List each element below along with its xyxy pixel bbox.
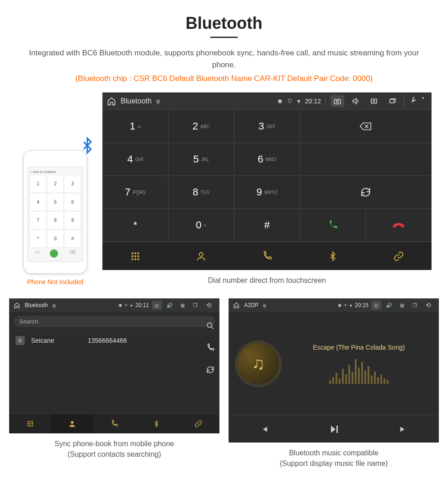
nav-contacts-icon[interactable] (168, 242, 234, 270)
dial-key-2[interactable]: 2ABC (168, 110, 234, 143)
phone-key: 4 (30, 193, 47, 211)
bluetooth-icon (79, 137, 96, 154)
phone-key: 8 (47, 211, 64, 229)
backspace-button[interactable] (300, 110, 432, 143)
statusbar-title: Bluetooth (25, 302, 48, 308)
call-button[interactable] (300, 209, 366, 242)
svg-rect-16 (30, 421, 31, 422)
nav-bluetooth-icon[interactable] (135, 413, 177, 433)
nav-bluetooth-icon[interactable] (300, 242, 366, 270)
dial-key-*[interactable]: * (102, 209, 168, 242)
phonebook-caption-2: (Support contacts searching) (9, 449, 219, 459)
phone-mockup: + Add to Contacts 123456789*0# ▭ ⌫ (23, 150, 87, 274)
usb-icon: ψ (263, 303, 266, 308)
svg-rect-12 (138, 258, 139, 260)
clock: 20:12 (305, 97, 321, 105)
home-icon[interactable] (233, 302, 240, 308)
call-icon[interactable] (206, 343, 215, 352)
dial-key-7[interactable]: 7PQRS (102, 176, 168, 209)
svg-point-1 (336, 101, 339, 103)
phone-key: 2 (47, 175, 64, 193)
recent-apps-icon[interactable]: ❐ (410, 299, 420, 311)
phone-key: 3 (64, 175, 81, 193)
dial-key-1[interactable]: 1∞ (102, 110, 168, 143)
back-icon[interactable]: ⟲ (203, 299, 215, 311)
music-note-icon: ♫ (252, 354, 265, 373)
contact-name: Seicane (31, 337, 81, 344)
dial-key-5[interactable]: 5JKL (168, 143, 234, 176)
phone-key: 5 (47, 193, 64, 211)
contact-row[interactable]: S Seicane 13566664466 (9, 331, 219, 350)
nav-contacts-icon[interactable] (51, 413, 93, 433)
location-icon: ⌖ (125, 303, 128, 308)
dial-key-3[interactable]: 3DEF (234, 110, 300, 143)
phone-key: 7 (30, 211, 47, 229)
search-input[interactable]: Search (14, 316, 215, 327)
hangup-button[interactable] (366, 209, 432, 242)
music-caption-2: (Support display music file name) (229, 459, 439, 469)
volume-icon[interactable]: 🔊 (384, 299, 394, 311)
add-contacts-label: Add to Contacts (33, 170, 56, 173)
statusbar-title: A2DP (244, 302, 258, 308)
play-pause-button[interactable] (299, 415, 368, 443)
nav-keypad-icon[interactable] (9, 413, 51, 433)
sync-icon[interactable] (206, 365, 215, 374)
phone-key: 1 (30, 175, 47, 193)
prev-track-button[interactable] (229, 415, 299, 443)
close-app-icon[interactable]: ⊠ (177, 299, 187, 311)
nav-calllog-icon[interactable] (234, 242, 300, 270)
volume-icon[interactable]: 🔊 (165, 299, 175, 311)
dial-key-0[interactable]: 0+ (168, 209, 234, 242)
phone-key: 6 (64, 193, 81, 211)
location-icon: ⌖ (344, 303, 347, 308)
svg-rect-11 (134, 258, 136, 260)
home-icon[interactable] (14, 302, 20, 308)
volume-icon[interactable] (349, 95, 363, 107)
svg-point-13 (199, 253, 203, 256)
redial-button[interactable] (300, 176, 432, 209)
back-icon[interactable]: ⟲ (422, 299, 434, 311)
screenshot-icon[interactable]: ◎ (371, 301, 381, 310)
dial-key-4[interactable]: 4GHI (102, 143, 168, 176)
phone-key: 0 (47, 230, 64, 248)
dial-key-9[interactable]: 9WXYZ (234, 176, 300, 209)
home-icon[interactable] (107, 97, 116, 106)
search-icon[interactable] (206, 321, 215, 330)
svg-rect-22 (30, 425, 31, 427)
svg-rect-23 (32, 425, 33, 427)
wifi-icon: ▾ (130, 303, 133, 308)
close-app-icon[interactable]: ⊠ (397, 299, 407, 311)
nav-pair-icon[interactable] (366, 242, 432, 270)
screenshot-icon[interactable] (331, 95, 344, 107)
location-icon (287, 98, 293, 104)
contact-number: 13566664466 (88, 337, 127, 344)
nav-calllog-icon[interactable] (93, 413, 135, 433)
close-app-icon[interactable] (367, 95, 381, 107)
dial-key-6[interactable]: 6MNO (234, 143, 300, 176)
nav-pair-icon[interactable] (177, 413, 219, 433)
svg-rect-5 (134, 252, 136, 254)
svg-rect-8 (134, 255, 136, 257)
svg-rect-17 (32, 421, 33, 422)
dial-key-#[interactable]: # (234, 209, 300, 242)
recent-apps-icon[interactable]: ❐ (190, 299, 200, 311)
dial-key-8[interactable]: 8TUV (168, 176, 234, 209)
svg-point-14 (207, 323, 212, 328)
phone-caption: Phone Not Included (16, 278, 94, 286)
dialer-device: Bluetooth ψ ✱ ▾ 20:12 (102, 92, 432, 270)
visualizer (299, 357, 418, 384)
svg-rect-19 (30, 423, 31, 425)
back-icon[interactable] (409, 95, 427, 107)
recent-apps-icon[interactable] (385, 95, 399, 107)
svg-rect-0 (334, 99, 341, 104)
svg-rect-15 (27, 421, 29, 422)
screenshot-icon[interactable]: ◎ (152, 301, 162, 310)
dialer-caption: Dial number direct from touchscreen (102, 276, 432, 286)
phonebook-device: Bluetooth ψ ✱ ⌖ ▾ 20:11 ◎ 🔊 ⊠ ❐ ⟲ (9, 298, 219, 433)
clock: 20:11 (135, 302, 149, 308)
next-track-button[interactable] (369, 415, 439, 443)
nav-keypad-icon[interactable] (102, 242, 168, 270)
spec-line: (Bluetooth chip : CSR BC6 Default Blueto… (9, 74, 439, 83)
music-caption-1: Bluetooth music compatible (229, 448, 439, 458)
bluetooth-status-icon: ✱ (277, 98, 283, 105)
